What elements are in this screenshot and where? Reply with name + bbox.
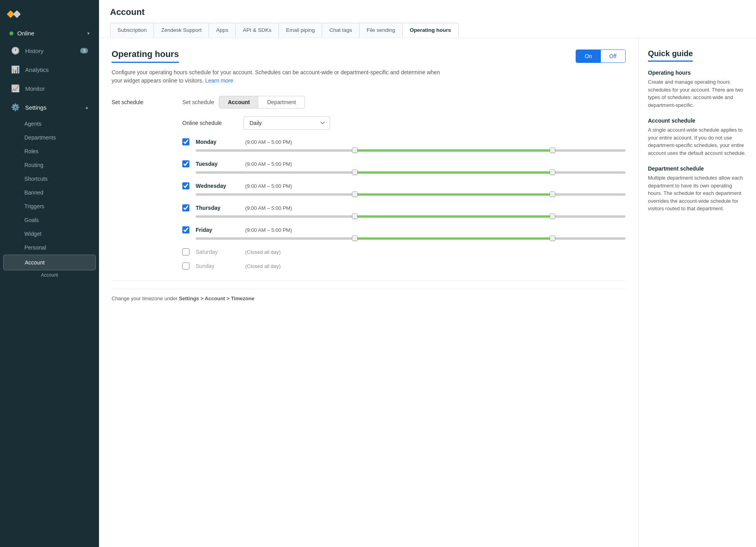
tab-subscription[interactable]: Subscription bbox=[110, 23, 154, 38]
sidebar-item-widget[interactable]: Widget bbox=[3, 227, 96, 240]
slider-thumb-right-thursday[interactable] bbox=[550, 213, 555, 219]
set-schedule-row: Set schedule Set schedule Account Depart… bbox=[112, 96, 626, 270]
slider-thumb-left-tuesday[interactable] bbox=[352, 169, 358, 175]
slider-thumb-left-thursday[interactable] bbox=[352, 213, 358, 219]
day-row-monday: Monday(9:00 AM – 5:00 PM) bbox=[182, 138, 626, 153]
operating-hours-section: Operating hours On Off Configure your op… bbox=[99, 38, 638, 547]
slider-thumb-right-tuesday[interactable] bbox=[550, 169, 555, 175]
quick-section-account: Account schedule A single account-wide s… bbox=[648, 117, 747, 157]
sidebar-item-shortcuts[interactable]: Shortcuts bbox=[3, 172, 96, 185]
toggle-on-button[interactable]: On bbox=[576, 50, 601, 62]
sidebar-item-agents[interactable]: Agents bbox=[3, 117, 96, 130]
quick-section-account-title: Account schedule bbox=[648, 117, 747, 124]
set-schedule-label: Set schedule bbox=[112, 96, 174, 105]
sidebar-item-banned[interactable]: Banned bbox=[3, 186, 96, 199]
checkbox-friday[interactable] bbox=[182, 226, 189, 233]
sidebar-item-personal[interactable]: Personal bbox=[3, 241, 96, 254]
slider-thumb-left-friday[interactable] bbox=[352, 235, 358, 241]
status-chevron-icon: ▾ bbox=[87, 31, 90, 36]
tab-operating-hours[interactable]: Operating hours bbox=[402, 23, 459, 38]
department-toggle-btn[interactable]: Department bbox=[259, 96, 305, 108]
day-name-tuesday: Tuesday bbox=[196, 161, 239, 167]
sidebar-item-account[interactable]: Account bbox=[3, 255, 96, 270]
day-row-saturday: Saturday(Closed all day) bbox=[182, 248, 626, 255]
day-time-saturday: (Closed all day) bbox=[245, 249, 281, 255]
app-logo bbox=[8, 7, 22, 21]
history-badge: 3 bbox=[80, 48, 88, 53]
online-schedule-dropdown[interactable]: Daily Weekly Custom bbox=[244, 116, 330, 130]
sidebar-item-history[interactable]: 🕐 History 3 bbox=[3, 42, 96, 60]
section-title: Operating hours bbox=[112, 49, 179, 63]
checkbox-tuesday[interactable] bbox=[182, 160, 189, 167]
sidebar: Online ▾ 🕐 History 3 📊 Analytics 📈 Monit… bbox=[0, 0, 99, 547]
checkbox-sunday[interactable] bbox=[182, 262, 189, 270]
analytics-icon: 📊 bbox=[11, 65, 20, 74]
status-row[interactable]: Online ▾ bbox=[3, 27, 96, 40]
quick-guide-title: Quick guide bbox=[648, 49, 693, 62]
day-name-friday: Friday bbox=[196, 227, 239, 233]
day-name-sunday: Sunday bbox=[196, 263, 239, 269]
sidebar-settings-header[interactable]: ⚙️ Settings ▴ bbox=[3, 98, 96, 116]
slider-container-friday[interactable] bbox=[196, 236, 626, 241]
checkbox-saturday[interactable] bbox=[182, 248, 189, 255]
day-row-top-thursday: Thursday(9:00 AM – 5:00 PM) bbox=[182, 204, 626, 211]
sidebar-item-routing[interactable]: Routing bbox=[3, 158, 96, 172]
set-schedule-content: Set schedule Account Department Online s… bbox=[182, 96, 626, 270]
sidebar-tooltip: Account bbox=[0, 271, 99, 282]
slider-thumb-left-wednesday[interactable] bbox=[352, 191, 358, 197]
quick-section-department: Department schedule Multiple department … bbox=[648, 165, 747, 213]
section-title-row: Operating hours On Off bbox=[112, 49, 626, 63]
tab-apps[interactable]: Apps bbox=[209, 23, 236, 38]
slider-thumb-right-monday[interactable] bbox=[550, 147, 555, 153]
settings-chevron-icon: ▴ bbox=[86, 105, 88, 110]
day-time-monday: (9:00 AM – 5:00 PM) bbox=[245, 139, 292, 145]
sidebar-item-roles[interactable]: Roles bbox=[3, 145, 96, 158]
quick-section-operating-title: Operating hours bbox=[648, 70, 747, 76]
sidebar-logo bbox=[0, 0, 99, 25]
checkbox-wednesday[interactable] bbox=[182, 182, 189, 189]
slider-fill-wednesday bbox=[355, 193, 552, 196]
sidebar-item-departments[interactable]: Departments bbox=[3, 131, 96, 144]
day-row-friday: Friday(9:00 AM – 5:00 PM) bbox=[182, 226, 626, 241]
tab-api-sdks[interactable]: API & SDKs bbox=[235, 23, 279, 38]
tab-zendesk-support[interactable]: Zendesk Support bbox=[154, 23, 209, 38]
tab-email-piping[interactable]: Email piping bbox=[279, 23, 323, 38]
settings-sub-items: Agents Departments Roles Routing Shortcu… bbox=[0, 117, 99, 271]
day-row-top-sunday: Sunday(Closed all day) bbox=[182, 262, 626, 270]
slider-container-monday[interactable] bbox=[196, 148, 626, 153]
page-header: Account Subscription Zendesk Support App… bbox=[99, 0, 756, 38]
sidebar-item-goals[interactable]: Goals bbox=[3, 213, 96, 227]
slider-container-wednesday[interactable] bbox=[196, 192, 626, 197]
tabs-bar: Subscription Zendesk Support Apps API & … bbox=[110, 23, 745, 38]
logo-diamond-right bbox=[13, 10, 21, 18]
checkbox-thursday[interactable] bbox=[182, 204, 189, 211]
set-schedule-sublabel: Set schedule bbox=[182, 99, 214, 105]
day-row-thursday: Thursday(9:00 AM – 5:00 PM) bbox=[182, 204, 626, 219]
settings-label: Settings bbox=[25, 104, 46, 111]
sidebar-item-monitor[interactable]: 📈 Monitor bbox=[3, 79, 96, 97]
slider-thumb-left-monday[interactable] bbox=[352, 147, 358, 153]
sidebar-item-analytics[interactable]: 📊 Analytics bbox=[3, 61, 96, 79]
day-row-top-saturday: Saturday(Closed all day) bbox=[182, 248, 626, 255]
online-schedule-label: Online schedule bbox=[182, 120, 237, 126]
day-time-sunday: (Closed all day) bbox=[245, 263, 281, 269]
tab-file-sending[interactable]: File sending bbox=[359, 23, 403, 38]
main-content: Account Subscription Zendesk Support App… bbox=[99, 0, 756, 547]
bottom-note: Change your timezone under Settings > Ac… bbox=[112, 289, 626, 308]
toggle-off-button[interactable]: Off bbox=[601, 50, 625, 62]
account-toggle-btn[interactable]: Account bbox=[219, 96, 259, 108]
tab-chat-tags[interactable]: Chat tags bbox=[322, 23, 360, 38]
sidebar-item-label: History bbox=[25, 48, 44, 54]
checkbox-monday[interactable] bbox=[182, 138, 189, 145]
slider-thumb-right-wednesday[interactable] bbox=[550, 191, 555, 197]
slider-thumb-right-friday[interactable] bbox=[550, 235, 555, 241]
quick-section-department-text: Multiple department schedules allow each… bbox=[648, 174, 747, 213]
right-panel: Quick guide Operating hours Create and m… bbox=[638, 38, 756, 547]
slider-fill-tuesday bbox=[355, 171, 552, 174]
slider-container-thursday[interactable] bbox=[196, 214, 626, 219]
sidebar-item-triggers[interactable]: Triggers bbox=[3, 200, 96, 213]
learn-more-link[interactable]: Learn more bbox=[205, 77, 233, 84]
on-off-toggle: On Off bbox=[576, 50, 626, 63]
slider-container-tuesday[interactable] bbox=[196, 170, 626, 175]
day-time-friday: (9:00 AM – 5:00 PM) bbox=[245, 227, 292, 233]
